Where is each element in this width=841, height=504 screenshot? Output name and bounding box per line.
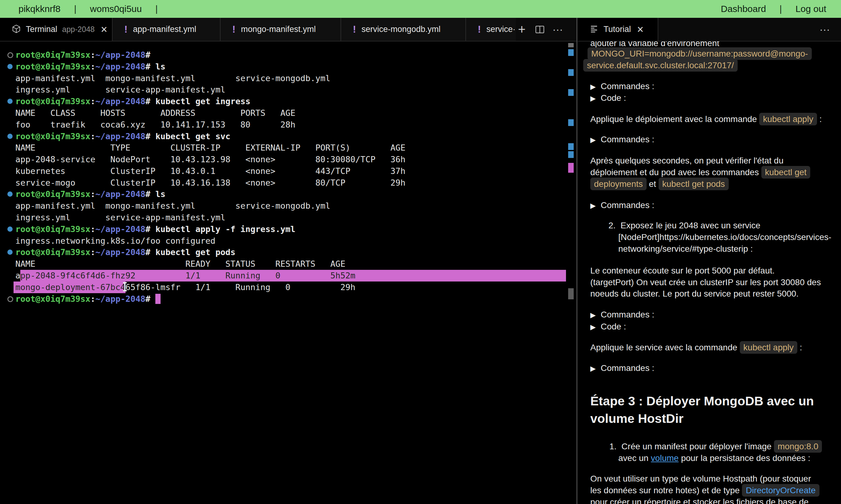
tutorial-text: (targetPort) On veut crée un clusterIP s… — [590, 277, 821, 287]
logout-link[interactable]: Log out — [795, 4, 826, 14]
terminal-line: ingress.networking.k8s.io/foo configured — [15, 235, 215, 247]
tutorial-line: Applique le service avec la commande kub… — [590, 341, 802, 354]
new-terminal-button[interactable]: + — [518, 18, 526, 41]
terminal-line: app-2048-9f4c6f4d6-fhz92 1/1 Running 0 5… — [15, 270, 355, 282]
tutorial-text: pour créer un répertoire et stocker les … — [590, 497, 809, 504]
inline-code: DirectoryOrCreate — [742, 484, 819, 497]
tutorial-text: Commandes : — [601, 134, 654, 144]
command-success-dot — [7, 98, 13, 104]
prompt-path: ~/app-2048 — [96, 96, 145, 106]
scroll-mark-command — [568, 151, 574, 158]
terminal-text: kubectl get ingress — [155, 96, 251, 106]
inline-code: deployments — [590, 178, 647, 190]
tab-tutorial[interactable]: Tutorial× — [578, 18, 658, 41]
terminal-view[interactable]: root@x0iq7m39sx:~/app-2048# root@x0iq7m3… — [0, 41, 567, 504]
top-bar: pikqkknrf8 | woms0qi5uu | Dashboard | Lo… — [0, 0, 841, 18]
session-id-1[interactable]: pikqkknrf8 — [18, 4, 61, 14]
exclamation-icon: ! — [478, 24, 481, 35]
separator: | — [74, 4, 76, 14]
more-actions-button[interactable]: ··· — [820, 18, 830, 41]
tab-mongo-manifest[interactable]: !mongo-manifest.yml — [221, 18, 341, 41]
collapse-triangle-icon: ▶ — [590, 311, 596, 319]
terminal-text: kubernetes ClusterIP 10.43.0.1 <none> 44… — [15, 166, 406, 176]
inline-code: service.default.svc.cluster.local:27017/ — [583, 59, 738, 72]
terminal-line: root@x0iq7m39sx:~/app-2048# kubectl appl… — [15, 223, 295, 235]
more-actions-button[interactable]: ··· — [552, 18, 563, 41]
terminal-text: : — [90, 294, 96, 304]
tab-label: service· — [486, 24, 516, 34]
terminal-scrollbar[interactable] — [567, 41, 577, 504]
inline-code: mongo:8.0 — [774, 440, 822, 453]
terminal-text: ls — [155, 189, 166, 199]
panel-divider[interactable] — [577, 18, 577, 504]
inline-code: kubectl apply — [740, 341, 797, 354]
terminal-text: app-manifest.yml mongo-manifest.yml serv… — [15, 201, 330, 211]
terminal-line: root@x0iq7m39sx:~/app-2048# kubectl get … — [15, 131, 230, 142]
tutorial-text: [NodePort]https://kubernetes.io/docs/con… — [618, 232, 831, 242]
tutorial-text: : — [797, 343, 802, 352]
inline-code: kubectl get — [761, 166, 810, 179]
terminal-line: ingress.yml service-app-manifest.yml — [15, 212, 225, 223]
top-bar-right: Dashboard | Log out — [721, 4, 826, 14]
close-icon[interactable]: × — [101, 25, 107, 34]
terminal-text: : — [90, 96, 96, 106]
terminal-line: NAME CLASS HOSTS ADDRESS PORTS AGE — [15, 107, 295, 119]
prompt-user: root@x0iq7m39sx — [15, 96, 90, 106]
tutorial-text: Commandes : — [601, 363, 654, 373]
scroll-mark-command — [568, 69, 574, 76]
terminal-text: : — [90, 224, 96, 234]
tutorial-line: service.default.svc.cluster.local:27017/ — [583, 59, 738, 72]
scroll-mark-selection — [568, 163, 574, 173]
terminal-text: foo traefik coca6.xyz 10.141.17.153 80 2… — [15, 120, 295, 129]
terminal-line: mongo-deployment-67bc465f86-lmsfr 1/1 Ru… — [15, 282, 355, 293]
volume-link[interactable]: volume — [651, 453, 679, 463]
terminal-text: NAME TYPE CLUSTER-IP EXTERNAL-IP PORT(S)… — [15, 143, 406, 152]
tutorial-text: Commandes : — [601, 310, 654, 319]
close-icon[interactable]: × — [637, 25, 643, 34]
tutorial-line: noeuds du cluster. Le port du service pe… — [590, 288, 799, 300]
details-summary[interactable]: ▶Code : — [590, 92, 626, 105]
terminal-text: : — [90, 50, 96, 60]
collapse-triangle-icon: ▶ — [590, 364, 596, 373]
split-editor-icon[interactable] — [535, 18, 545, 41]
details-summary[interactable]: ▶Commandes : — [590, 199, 654, 212]
details-summary[interactable]: ▶Commandes : — [590, 133, 654, 146]
tutorial-tab-bar: Tutorial×··· — [578, 18, 841, 41]
terminal-line: app-manifest.yml mongo-manifest.yml serv… — [15, 73, 330, 84]
details-summary[interactable]: ▶Code : — [590, 321, 626, 333]
collapse-triangle-icon: ▶ — [590, 202, 596, 210]
separator: | — [779, 4, 782, 14]
terminal-text: ingress.yml service-app-manifest.yml — [15, 85, 225, 94]
dashboard-link[interactable]: Dashboard — [721, 4, 766, 14]
tutorial-text: networking/service/#type-clusterip : — [618, 244, 753, 254]
prompt-user: root@x0iq7m39sx — [15, 189, 90, 199]
tab-terminal[interactable]: Terminalapp-2048× — [0, 18, 113, 41]
terminal-text: a — [15, 271, 20, 280]
terminal-line: app-2048-service NodePort 10.43.123.98 <… — [15, 154, 406, 165]
tutorial-line: les données sur notre hotes) et de type … — [590, 484, 820, 497]
tutorial-text: Exposez le jeu 2048 avec un service — [620, 221, 760, 230]
details-summary[interactable]: ▶Commandes : — [590, 362, 654, 375]
inline-code: kubectl get pods — [658, 178, 729, 190]
terminal-text: # — [145, 62, 156, 71]
tutorial-line: deployments et kubectl get pods — [590, 178, 729, 190]
details-summary[interactable]: ▶Commandes : — [590, 308, 654, 321]
prompt-user: root@x0iq7m39sx — [15, 62, 90, 71]
editor-tab-bar: Terminalapp-2048×!app-manifest.yml!mongo… — [0, 18, 577, 41]
terminal-text: kubectl get pods — [155, 247, 235, 257]
tutorial-line: Après quelques secondes, on peut vérifie… — [590, 155, 784, 167]
terminal-text: # — [145, 294, 156, 304]
tab-service-truncated[interactable]: !service· — [466, 18, 516, 41]
terminal-text: kubectl apply -f ingress.yml — [155, 224, 295, 234]
tutorial-text: volume HostDir — [590, 412, 684, 426]
prompt-user: root@x0iq7m39sx — [15, 50, 90, 60]
prompt-path: ~/app-2048 — [96, 50, 145, 60]
terminal-line: foo traefik coca6.xyz 10.141.17.153 80 2… — [15, 119, 295, 131]
details-summary[interactable]: ▶Commandes : — [590, 80, 654, 93]
tab-service-mongodb[interactable]: !service-mongodb.yml — [341, 18, 466, 41]
tutorial-text: Le conteneur écoute sur le port 5000 par… — [590, 266, 775, 275]
tab-app-manifest[interactable]: !app-manifest.yml — [113, 18, 221, 41]
tutorial-line: networking/service/#type-clusterip : — [618, 243, 753, 255]
session-id-2[interactable]: woms0qi5uu — [90, 4, 142, 14]
terminal-line: ingress.yml service-app-manifest.yml — [15, 84, 225, 95]
